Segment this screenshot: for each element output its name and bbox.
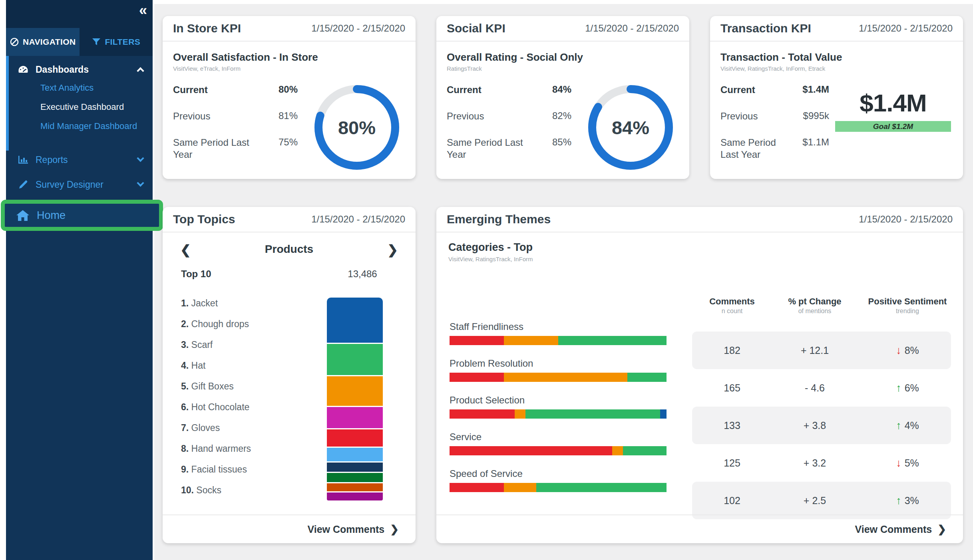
sidebar-tabs: NAVIGATION FILTERS: [6, 28, 153, 56]
comments-value: 165: [692, 369, 772, 407]
card-title: Social KPI: [447, 22, 505, 35]
chevron-down-icon[interactable]: [137, 179, 144, 187]
tab-navigation-label: NAVIGATION: [23, 37, 76, 47]
stat-label: Previous: [447, 110, 533, 122]
sidebar-item-home[interactable]: Home: [1, 200, 163, 231]
card-title: Transaction KPI: [720, 22, 811, 35]
top10-label: Top 10: [181, 268, 211, 279]
list-item-rank: 6.: [181, 402, 189, 412]
compass-icon: [10, 37, 19, 47]
sentiment-bar: [450, 483, 667, 492]
carousel-next-icon[interactable]: ❯: [387, 242, 398, 257]
sentiment-bar-segment: [504, 483, 536, 492]
list-item-rank: 3.: [181, 340, 189, 350]
sidebar-item-text-analytics[interactable]: Text Analytics: [40, 78, 94, 97]
gauge-icon: [17, 64, 29, 75]
column-header-sentiment: Positive Sentiment trending: [860, 296, 955, 315]
sentiment-bar-segment: [450, 409, 515, 419]
topics-total-count: 13,486: [330, 268, 394, 280]
stat-value: 81%: [259, 110, 298, 122]
theme-row: Staff Friendliness: [450, 321, 667, 345]
sentiment-value: ↓5%: [860, 444, 955, 482]
stat-label: Current: [447, 84, 533, 96]
transaction-kpi-card: Transaction KPI 1/15/2020 - 2/15/2020 Tr…: [710, 16, 963, 179]
sidebar-item-home-label: Home: [37, 209, 66, 222]
sentiment-bar-segment: [612, 446, 623, 455]
stacked-bar-segment: [327, 463, 383, 472]
column-header-change: % pt Change of mentions: [775, 296, 855, 315]
theme-label: Service: [450, 431, 667, 443]
stat-value: 84%: [533, 84, 571, 96]
list-item: 9. Facial tissues: [181, 464, 251, 485]
tab-filters[interactable]: FILTERS: [80, 28, 153, 56]
card-date-range: 1/15/2020 - 2/15/2020: [585, 23, 679, 34]
home-icon: [16, 209, 30, 221]
stacked-bar-segment: [327, 407, 383, 428]
stat-value: $995k: [794, 110, 829, 122]
table-row: 125+ 3.2↓5%: [692, 444, 951, 482]
list-item-rank: 2.: [181, 319, 189, 329]
stat-label: Current: [173, 84, 259, 96]
metric-title: Overall Satisfaction - In Store: [173, 51, 405, 64]
theme-label: Product Selection: [450, 395, 667, 406]
stat-label: Previous: [173, 110, 259, 122]
list-item: 8. Hand warmers: [181, 443, 251, 464]
theme-label: Staff Friendliness: [450, 321, 667, 332]
goal-badge: Goal $1.2M: [835, 121, 951, 132]
sentiment-bar: [450, 446, 667, 455]
sentiment-bar-segment: [525, 409, 660, 419]
stat-value: 80%: [259, 84, 298, 96]
theme-row: Product Selection: [450, 395, 667, 419]
sidebar-item-reports[interactable]: Reports: [6, 149, 153, 171]
theme-row: Speed of Service: [450, 468, 667, 492]
list-item-name: Gift Boxes: [189, 381, 233, 391]
column-header-comments: Comments n count: [692, 296, 772, 315]
view-comments-button[interactable]: View Comments ❯: [163, 514, 416, 543]
metric-title: Transaction - Total Value: [720, 51, 953, 64]
list-item-rank: 4.: [181, 360, 189, 371]
sentiment-bar-segment: [450, 373, 504, 382]
sentiment-bar-segment: [558, 336, 667, 345]
chevron-up-icon[interactable]: [137, 67, 144, 74]
list-item-rank: 9.: [181, 464, 189, 475]
sidebar-item-mid-manager-dashboard[interactable]: Mid Manager Dashboard: [40, 117, 137, 136]
sidebar-item-survey-designer-label: Survey Designer: [36, 179, 138, 190]
sidebar-item-dashboards[interactable]: Dashboards: [6, 58, 153, 81]
sentiment-bar-segment: [504, 373, 628, 382]
pt-change-value: + 2.5: [775, 482, 855, 519]
donut-value: 84%: [612, 117, 649, 138]
comments-value: 125: [692, 444, 772, 482]
chevron-down-icon[interactable]: [137, 155, 144, 162]
top10-header: Top 10 13,486: [163, 268, 416, 280]
view-comments-button[interactable]: View Comments ❯: [436, 514, 963, 543]
card-title: Top Topics: [173, 212, 235, 226]
sidebar-item-survey-designer[interactable]: Survey Designer: [6, 173, 153, 196]
comments-value: 133: [692, 407, 772, 444]
list-item-name: Chough drops: [189, 319, 249, 329]
arrow-up-icon: ↑: [896, 419, 901, 432]
sentiment-percent: 6%: [905, 382, 919, 394]
sentiment-value: ↑6%: [860, 369, 955, 407]
sidebar-collapse-icon[interactable]: «: [139, 3, 147, 18]
sentiment-bar-segment: [515, 409, 525, 419]
table-row: 133+ 3.8↑4%: [692, 407, 951, 444]
stat-label: Current: [720, 84, 794, 96]
theme-label: Speed of Service: [450, 468, 667, 479]
sentiment-bar-segment: [536, 483, 667, 492]
tab-navigation[interactable]: NAVIGATION: [6, 28, 80, 56]
social-kpi-card: Social KPI 1/15/2020 - 2/15/2020 Overall…: [436, 16, 689, 179]
sentiment-bar-segment: [623, 446, 667, 455]
chevron-right-icon: ❯: [937, 523, 946, 536]
card-title: Emerging Themes: [447, 212, 551, 226]
sidebar-item-executive-dashboard[interactable]: Executive Dashboard: [40, 97, 124, 117]
sentiment-bar-segment: [450, 483, 504, 492]
list-item-name: Gloves: [189, 423, 220, 433]
top-topics-card: Top Topics 1/15/2020 - 2/15/2020 ❮ Produ…: [163, 207, 416, 543]
list-item-name: Scarf: [189, 340, 213, 350]
topics-list: 1. Jacket2. Chough drops3. Scarf4. Hat5.…: [181, 298, 251, 506]
sentiment-percent: 8%: [905, 345, 919, 356]
stat-value: $1.1M: [794, 137, 829, 161]
list-item: 1. Jacket: [181, 298, 251, 319]
emerging-themes-card: Emerging Themes 1/15/2020 - 2/15/2020 Ca…: [436, 207, 963, 543]
stacked-bar: [327, 298, 383, 500]
